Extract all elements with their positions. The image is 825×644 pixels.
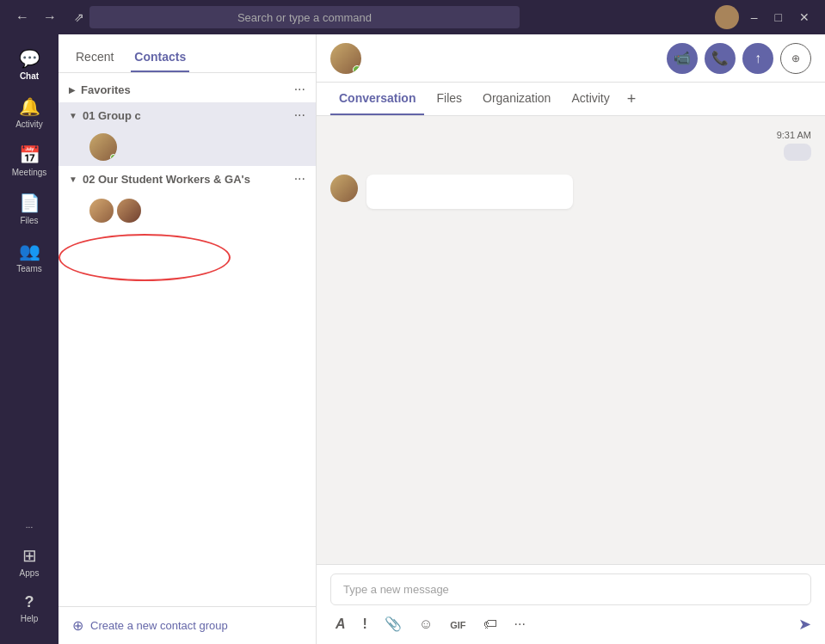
chat-label: Chat — [20, 71, 39, 81]
send-icon: ➤ — [798, 616, 811, 633]
emoji-button[interactable]: ☺ — [414, 613, 438, 635]
sidebar-item-teams[interactable]: 👥 Teams — [4, 234, 54, 280]
files-label: Files — [20, 216, 38, 225]
group-favorites-header[interactable]: ▶ Favorites ··· — [58, 77, 316, 102]
nav-buttons: ← → — [10, 8, 62, 27]
chevron-down-icon2: ▼ — [69, 175, 77, 184]
sidebar-item-meetings[interactable]: 📅 Meetings — [4, 138, 54, 184]
search-bar — [89, 6, 520, 28]
group-favorites-name: Favorites — [81, 83, 294, 96]
attach-button[interactable]: 📎 — [379, 612, 407, 635]
outgoing-bubble — [784, 144, 811, 161]
chevron-down-icon: ▼ — [69, 111, 77, 120]
meetings-icon: 📅 — [19, 144, 40, 165]
titlebar-right: – □ ✕ — [715, 5, 815, 29]
search-input[interactable] — [98, 11, 511, 24]
tab-contacts[interactable]: Contacts — [131, 43, 189, 72]
more-options-icon: ··· — [514, 616, 526, 631]
video-icon: 📹 — [674, 50, 691, 66]
contacts-panel: Recent Contacts ▶ Favorites ··· ▼ 01 Gro… — [58, 34, 317, 644]
format-button[interactable]: A — [330, 613, 351, 635]
online-status-badge — [353, 65, 361, 74]
group01-name: 01 Group c — [83, 109, 294, 122]
app-body: 💬 Chat 🔔 Activity 📅 Meetings 📄 Files 👥 T… — [0, 34, 825, 644]
chat-input-area: Type a new message A ! 📎 ☺ GIF 🏷 — [317, 564, 825, 644]
group02-more[interactable]: ··· — [294, 171, 305, 187]
help-label: Help — [21, 614, 39, 623]
create-contact-group[interactable]: ⊕ Create a new contact group — [58, 606, 316, 644]
share-icon: ↑ — [754, 51, 761, 66]
sticker-button[interactable]: 🏷 — [478, 613, 502, 635]
contacts-list: ▶ Favorites ··· ▼ 01 Group c ··· ▼ 02 Ou… — [58, 73, 316, 606]
forward-button[interactable]: → — [38, 8, 62, 27]
send-button[interactable]: ➤ — [798, 615, 811, 634]
close-button[interactable]: ✕ — [794, 9, 815, 26]
incoming-bubble — [366, 175, 573, 209]
tab-conversation[interactable]: Conversation — [330, 83, 424, 115]
files-icon: 📄 — [19, 193, 40, 213]
activity-label: Activity — [15, 120, 43, 129]
group02-header[interactable]: ▼ 02 Our Student Workers & GA's ··· — [58, 166, 316, 192]
chat-header: 📹 📞 ↑ ⊕ — [317, 34, 825, 83]
member1-avatar — [89, 133, 117, 161]
activity-icon: 🔔 — [19, 96, 40, 117]
minimize-button[interactable]: – — [746, 9, 763, 26]
group02-member1-avatar[interactable] — [89, 199, 114, 223]
chat-contact-avatar — [330, 43, 361, 74]
sticker-icon: 🏷 — [483, 616, 497, 631]
sidebar-item-activity[interactable]: 🔔 Activity — [4, 89, 54, 136]
add-people-button[interactable]: ⊕ — [780, 43, 811, 74]
phone-icon: 📞 — [711, 50, 729, 66]
apps-label: Apps — [20, 568, 40, 578]
incoming-avatar — [330, 175, 358, 202]
more-options-button[interactable]: ··· — [509, 613, 531, 635]
attach-icon: 📎 — [385, 616, 402, 631]
group-favorites-more[interactable]: ··· — [294, 82, 305, 97]
group02-members — [58, 192, 316, 230]
video-call-button[interactable]: 📹 — [667, 43, 698, 74]
apps-icon: ⊞ — [22, 545, 37, 566]
gif-button[interactable]: GIF — [445, 613, 471, 635]
sidebar-item-apps[interactable]: ⊞ Apps — [4, 538, 54, 585]
outgoing-message-row: 9:31 AM — [330, 130, 811, 161]
maximize-button[interactable]: □ — [770, 9, 787, 26]
new-window-button[interactable]: ⇗ — [69, 9, 89, 26]
audio-call-button[interactable]: 📞 — [705, 43, 736, 74]
chat-messages: 9:31 AM — [317, 116, 825, 564]
sidebar-item-more[interactable]: ... — [4, 513, 54, 537]
message-input-box[interactable]: Type a new message — [330, 573, 811, 605]
tab-organization[interactable]: Organization — [474, 83, 559, 115]
create-group-icon: ⊕ — [72, 617, 83, 634]
sidebar-item-chat[interactable]: 💬 Chat — [4, 41, 54, 88]
panel-tabs: Recent Contacts — [58, 34, 316, 73]
group02-name: 02 Our Student Workers & GA's — [83, 173, 294, 186]
meetings-label: Meetings — [12, 168, 47, 177]
important-button[interactable]: ! — [358, 613, 372, 635]
sidebar-item-files[interactable]: 📄 Files — [4, 186, 54, 232]
user-avatar-title[interactable] — [715, 5, 739, 29]
teams-icon: 👥 — [19, 241, 40, 261]
tab-files[interactable]: Files — [428, 83, 471, 115]
add-tab-button[interactable]: + — [622, 83, 642, 115]
share-screen-button[interactable]: ↑ — [742, 43, 773, 74]
teams-label: Teams — [16, 264, 41, 273]
incoming-message-row — [330, 175, 811, 209]
group01-header[interactable]: ▼ 01 Group c ··· — [58, 102, 316, 128]
sidebar-item-help[interactable]: ? Help — [4, 586, 54, 630]
group02-member2-avatar[interactable] — [117, 199, 141, 223]
create-group-label: Create a new contact group — [90, 619, 228, 632]
chevron-right-icon: ▶ — [69, 85, 76, 95]
titlebar: ← → ⇗ – □ ✕ — [0, 0, 825, 34]
group01-member1[interactable] — [58, 128, 316, 166]
add-people-icon: ⊕ — [791, 52, 800, 64]
sidebar-nav: 💬 Chat 🔔 Activity 📅 Meetings 📄 Files 👥 T… — [0, 34, 58, 644]
gif-icon: GIF — [450, 620, 465, 630]
group01-more[interactable]: ··· — [294, 107, 305, 123]
chat-tabs: Conversation Files Organization Activity… — [317, 83, 825, 116]
back-button[interactable]: ← — [10, 8, 34, 27]
chat-actions: 📹 📞 ↑ ⊕ — [667, 43, 811, 74]
emoji-icon: ☺ — [419, 616, 433, 631]
tab-recent[interactable]: Recent — [72, 43, 117, 72]
tab-activity[interactable]: Activity — [563, 83, 618, 115]
chat-icon: 💬 — [19, 48, 40, 69]
